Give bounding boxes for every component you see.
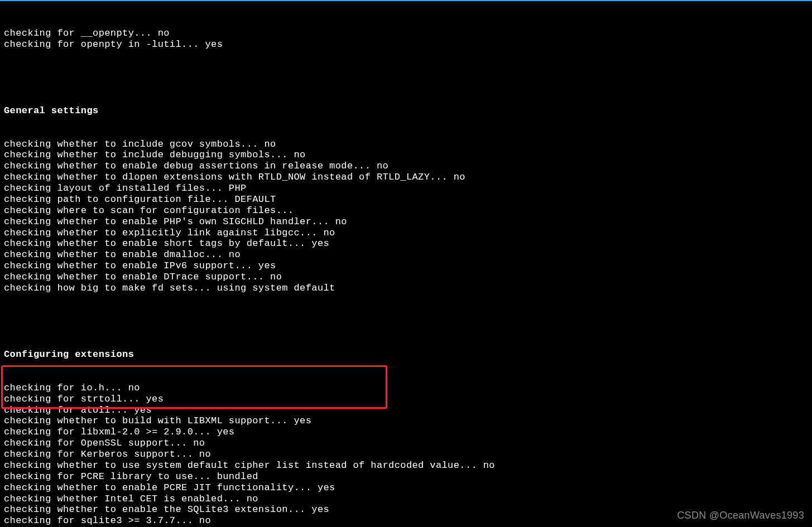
terminal-line: checking for openpty in -lutil... yes — [4, 39, 808, 50]
terminal-line: checking where to scan for configuration… — [4, 205, 808, 216]
terminal-line: checking for Kerberos support... no — [4, 449, 808, 460]
blank-line — [4, 72, 808, 83]
terminal-line: checking for libxml-2.0 >= 2.9.0... yes — [4, 427, 808, 438]
terminal-line: checking whether to enable PCRE JIT func… — [4, 482, 808, 494]
terminal-line: checking whether to enable short tags by… — [4, 238, 808, 249]
terminal-line: checking whether to enable IPv6 support.… — [4, 260, 808, 272]
terminal-line: checking for PCRE library to use... bund… — [4, 471, 808, 482]
terminal-line: checking whether to enable dmalloc... no — [4, 249, 808, 260]
terminal-line: checking path to configuration file... D… — [4, 194, 808, 205]
terminal-line: checking layout of installed files... PH… — [4, 183, 808, 194]
terminal-line: checking whether to explicitly link agai… — [4, 228, 808, 239]
terminal-line: checking whether to include gcov symbols… — [4, 139, 808, 150]
terminal-line: checking whether to dlopen extensions wi… — [4, 172, 808, 183]
watermark-text: CSDN @OceanWaves1993 — [677, 510, 804, 521]
terminal-line: checking for io.h... no — [4, 383, 808, 394]
terminal-line: checking for atoll... yes — [4, 405, 808, 416]
terminal-line: checking whether to enable debug asserti… — [4, 161, 808, 172]
terminal-line: checking whether to use system default c… — [4, 460, 808, 471]
terminal-output[interactable]: checking for __openpty... nochecking for… — [0, 1, 812, 527]
terminal-line: checking whether to include debugging sy… — [4, 149, 808, 161]
terminal-line: checking whether to build with LIBXML su… — [4, 415, 808, 427]
terminal-line: checking how big to make fd sets... usin… — [4, 283, 808, 294]
terminal-line: checking for OpenSSL support... no — [4, 438, 808, 449]
terminal-line: checking whether to enable PHP's own SIG… — [4, 216, 808, 228]
terminal-line: checking whether to enable DTrace suppor… — [4, 272, 808, 283]
terminal-line: checking for strtoll... yes — [4, 394, 808, 405]
blank-line — [4, 316, 808, 327]
section-heading-general: General settings — [4, 105, 808, 117]
terminal-line: checking for __openpty... no — [4, 28, 808, 39]
terminal-line: checking whether Intel CET is enabled...… — [4, 494, 808, 505]
section-heading-extensions: Configuring extensions — [4, 349, 808, 360]
